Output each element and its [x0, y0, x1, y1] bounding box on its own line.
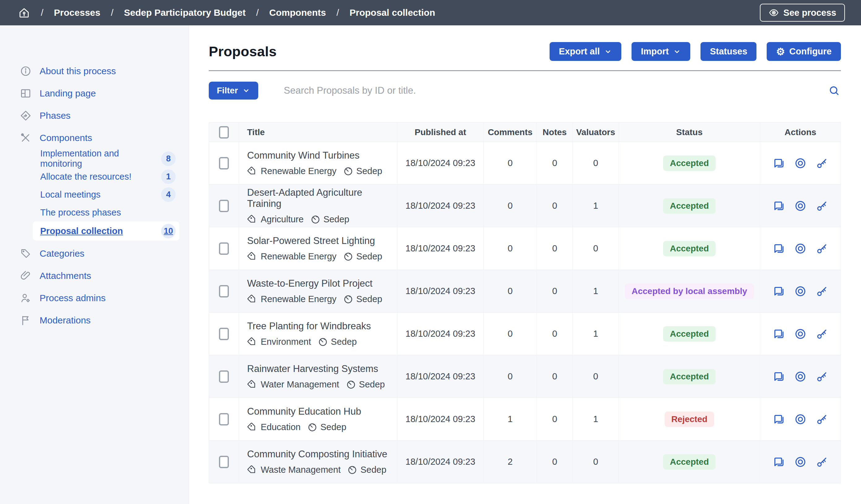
scope-icon: [343, 294, 353, 304]
home-icon[interactable]: [18, 6, 30, 19]
row-checkbox[interactable]: [219, 328, 229, 340]
published-at-cell: 18/10/2024 09:23: [397, 142, 484, 185]
answer-proposal-icon[interactable]: [773, 413, 785, 425]
column-header-actions: Actions: [760, 123, 841, 142]
filter-label: Filter: [217, 86, 238, 96]
proposal-scope: Sedep: [356, 251, 382, 262]
answer-proposal-icon[interactable]: [773, 285, 785, 298]
permissions-key-icon[interactable]: [816, 285, 828, 298]
search-icon[interactable]: [827, 84, 841, 97]
table-row: Tree Planting for Windbreaks Environment…: [209, 313, 841, 355]
breadcrumb-process-name[interactable]: Sedep Participatory Budget: [124, 8, 246, 18]
search-input[interactable]: [284, 85, 827, 96]
sidebar-item-implementation-monitoring[interactable]: Implementation and monitoring 8: [33, 150, 179, 167]
proposal-meta: Education Sedep: [247, 422, 397, 432]
count-badge: 4: [161, 187, 176, 202]
proposal-title-link[interactable]: Community Education Hub: [247, 406, 397, 417]
published-at-cell: 18/10/2024 09:23: [397, 355, 484, 398]
breadcrumb-separator: /: [337, 8, 339, 18]
see-process-button[interactable]: See process: [760, 4, 845, 22]
sidebar-item-allocate-resources[interactable]: Allocate the resources! 1: [33, 167, 179, 186]
proposal-meta: Environment Sedep: [247, 337, 397, 347]
row-checkbox[interactable]: [219, 200, 229, 212]
proposal-meta: Water Management Sedep: [247, 379, 397, 390]
proposals-table: Title Published at Comments Notes Valuat…: [209, 122, 841, 483]
configure-button[interactable]: ⚙ Configure: [767, 42, 841, 61]
proposal-scope: Sedep: [359, 379, 385, 390]
sidebar-item-label: Components: [40, 133, 92, 143]
sidebar-item-moderations[interactable]: Moderations: [0, 309, 189, 331]
statuses-button[interactable]: Statuses: [700, 42, 756, 61]
permissions-key-icon[interactable]: [816, 456, 828, 468]
status-badge: Rejected: [665, 411, 714, 427]
row-checkbox[interactable]: [219, 242, 229, 255]
preview-eye-icon[interactable]: [794, 157, 807, 169]
sidebar-item-about[interactable]: About this process: [0, 60, 189, 82]
sidebar-item-process-phases[interactable]: The process phases: [33, 203, 179, 221]
sidebar-item-components[interactable]: Components: [0, 127, 189, 149]
filter-bar: Filter: [209, 82, 841, 99]
notes-count: 0: [537, 398, 573, 440]
export-all-button[interactable]: Export all: [549, 42, 621, 61]
import-label: Import: [641, 46, 669, 57]
notes-count: 0: [537, 313, 573, 355]
permissions-key-icon[interactable]: [816, 370, 828, 383]
permissions-key-icon[interactable]: [816, 200, 828, 212]
table-row: Desert-Adapted Agriculture Training Agri…: [209, 185, 841, 227]
row-checkbox[interactable]: [219, 285, 229, 298]
sidebar-item-landing-page[interactable]: Landing page: [0, 82, 189, 105]
row-checkbox[interactable]: [219, 370, 229, 383]
comments-count: 0: [484, 142, 537, 185]
preview-eye-icon[interactable]: [794, 200, 807, 212]
process-sidebar: About this process Landing page Phases C…: [0, 25, 189, 504]
permissions-key-icon[interactable]: [816, 157, 828, 169]
table-row: Community Education Hub Education Sedep: [209, 398, 841, 440]
proposal-title-link[interactable]: Community Composting Initiative: [247, 449, 397, 460]
preview-eye-icon[interactable]: [794, 328, 807, 340]
answer-proposal-icon[interactable]: [773, 328, 785, 340]
sidebar-item-categories[interactable]: Categories: [0, 242, 189, 265]
preview-eye-icon[interactable]: [794, 456, 807, 468]
proposal-title-link[interactable]: Tree Planting for Windbreaks: [247, 321, 397, 332]
row-checkbox[interactable]: [219, 157, 229, 169]
proposal-title-link[interactable]: Desert-Adapted Agriculture Training: [247, 187, 397, 209]
proposal-title-link[interactable]: Rainwater Harvesting Systems: [247, 363, 397, 374]
sidebar-item-phases[interactable]: Phases: [0, 105, 189, 127]
select-all-checkbox[interactable]: [219, 126, 229, 138]
preview-eye-icon[interactable]: [794, 413, 807, 425]
status-badge: Accepted: [663, 454, 716, 470]
chevron-down-icon: [604, 47, 612, 56]
proposal-title-link[interactable]: Community Wind Turbines: [247, 150, 397, 161]
proposal-title-link[interactable]: Waste-to-Energy Pilot Project: [247, 278, 397, 289]
breadcrumb-processes[interactable]: Processes: [54, 8, 100, 18]
info-icon: [20, 65, 31, 77]
proposal-title-link[interactable]: Solar-Powered Street Lighting: [247, 235, 397, 246]
answer-proposal-icon[interactable]: [773, 157, 785, 169]
comments-count: 2: [484, 440, 537, 483]
permissions-key-icon[interactable]: [816, 413, 828, 425]
preview-eye-icon[interactable]: [794, 285, 807, 298]
answer-proposal-icon[interactable]: [773, 200, 785, 212]
page-title: Proposals: [209, 44, 276, 60]
breadcrumb-components[interactable]: Components: [269, 8, 326, 18]
sidebar-item-process-admins[interactable]: Process admins: [0, 287, 189, 309]
row-checkbox[interactable]: [219, 413, 229, 425]
scope-icon: [346, 380, 356, 390]
permissions-key-icon[interactable]: [816, 328, 828, 340]
sidebar-item-local-meetings[interactable]: Local meetings 4: [33, 186, 179, 203]
sidebar-item-label: Phases: [40, 110, 70, 121]
sidebar-item-proposal-collection[interactable]: Proposal collection 10: [33, 221, 179, 241]
import-button[interactable]: Import: [631, 42, 690, 61]
preview-eye-icon[interactable]: [794, 370, 807, 383]
row-checkbox[interactable]: [219, 456, 229, 468]
answer-proposal-icon[interactable]: [773, 242, 785, 255]
answer-proposal-icon[interactable]: [773, 370, 785, 383]
preview-eye-icon[interactable]: [794, 242, 807, 255]
filter-button[interactable]: Filter: [209, 82, 258, 99]
breadcrumb-proposal-collection[interactable]: Proposal collection: [350, 8, 435, 18]
permissions-key-icon[interactable]: [816, 242, 828, 255]
notes-count: 0: [537, 270, 573, 313]
sidebar-item-attachments[interactable]: Attachments: [0, 265, 189, 287]
proposal-category: Waste Management: [261, 465, 341, 475]
answer-proposal-icon[interactable]: [773, 456, 785, 468]
